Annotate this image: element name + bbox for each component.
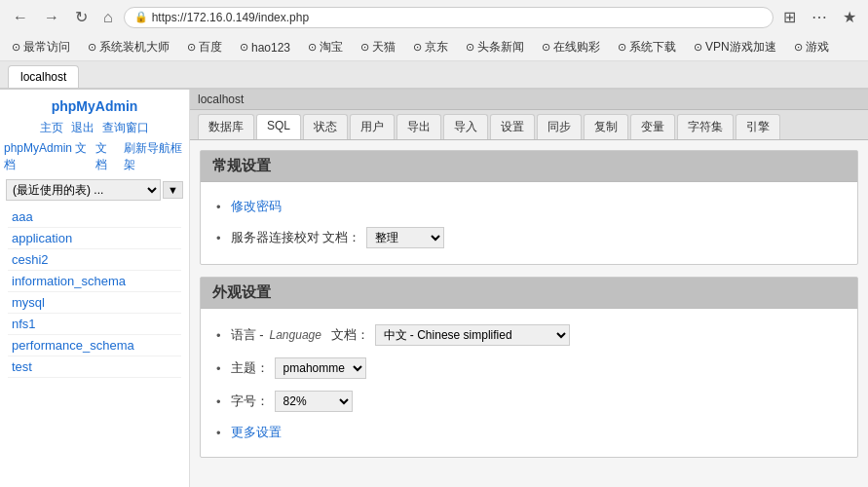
tab-user[interactable]: 用户 xyxy=(350,114,395,139)
sidebar-links-row2: phpMyAdmin 文档 文档 刷新导航框架 xyxy=(0,138,189,175)
bookmark-label: 天猫 xyxy=(372,39,396,56)
app-layout: phpMyAdmin 主页 退出 查询窗口 phpMyAdmin 文档 文档 刷… xyxy=(0,90,868,487)
sidebar-select-row: (最近使用的表) ... ▼ xyxy=(0,175,189,205)
language-label: 语言 - xyxy=(231,326,264,344)
collation-select[interactable]: 整理 xyxy=(366,227,444,248)
appearance-settings-section: 外观设置 语言 - Language 文档： 中文 - Chinese simp… xyxy=(200,277,858,458)
bookmark-icon: ⊙ xyxy=(694,41,702,54)
more-settings-item: 更多设置 xyxy=(216,418,842,447)
sidebar: phpMyAdmin 主页 退出 查询窗口 phpMyAdmin 文档 文档 刷… xyxy=(0,90,190,487)
bookmark-icon: ⊙ xyxy=(794,41,803,54)
sidebar-links-row1: 主页 退出 查询窗口 xyxy=(0,118,189,138)
more-settings-link[interactable]: 更多设置 xyxy=(231,424,282,441)
lock-icon: 🔒 xyxy=(134,11,148,23)
bookmark-jingdong[interactable]: ⊙ 京东 xyxy=(409,37,452,57)
browser-chrome: ← → ↻ ⌂ 🔒 https://172.16.0.149/index.php… xyxy=(0,0,868,90)
nav-tabs: 数据库 SQL 状态 用户 导出 导入 设置 同步 复制 变量 字符集 引擎 xyxy=(190,110,868,140)
bookmark-baidu[interactable]: ⊙ 百度 xyxy=(183,37,226,57)
db-item-nfs1[interactable]: nfs1 xyxy=(8,314,181,335)
db-item-performance-schema[interactable]: performance_schema xyxy=(8,335,181,356)
bookmark-label: 头条新闻 xyxy=(477,39,524,56)
menu-icon[interactable]: ⋯ xyxy=(808,6,831,28)
home-button[interactable]: ⌂ xyxy=(98,7,118,28)
forward-button[interactable]: → xyxy=(39,7,64,28)
bookmark-hao123[interactable]: ⊙ hao123 xyxy=(236,39,294,56)
bookmark-icon: ⊙ xyxy=(360,41,369,54)
tab-export[interactable]: 导出 xyxy=(396,114,441,139)
bookmark-label: 京东 xyxy=(425,39,448,56)
tab-charset[interactable]: 字符集 xyxy=(677,114,734,139)
database-list: aaa application ceshi2 information_schem… xyxy=(0,205,189,380)
main-nav-label: localhost xyxy=(198,93,244,106)
back-button[interactable]: ← xyxy=(8,7,33,28)
sidebar-title[interactable]: phpMyAdmin xyxy=(0,94,189,118)
browser-toolbar: ← → ↻ ⌂ 🔒 https://172.16.0.149/index.php… xyxy=(0,0,868,34)
browser-tab[interactable]: localhost xyxy=(8,65,79,88)
main-content: localhost 数据库 SQL 状态 用户 导出 导入 设置 同步 复制 变… xyxy=(190,90,868,487)
bookmark-caipiao[interactable]: ⊙ 在线购彩 xyxy=(538,37,604,57)
bookmark-taobao[interactable]: ⊙ 淘宝 xyxy=(304,37,347,57)
address-bar[interactable]: 🔒 https://172.16.0.149/index.php xyxy=(124,7,774,28)
main-nav-bar: localhost xyxy=(190,90,868,110)
bookmark-icon: ⊙ xyxy=(308,41,317,54)
sidebar-link-query[interactable]: 查询窗口 xyxy=(102,120,149,136)
tab-database[interactable]: 数据库 xyxy=(198,114,254,139)
theme-item: 主题： pmahomme xyxy=(216,352,842,385)
fontsize-label: 字号： xyxy=(231,393,269,410)
recent-tables-btn[interactable]: ▼ xyxy=(163,181,183,199)
general-settings-body: 修改密码 服务器连接校对 文档： 整理 xyxy=(201,182,857,264)
db-item-application[interactable]: application xyxy=(8,228,181,249)
refresh-button[interactable]: ↻ xyxy=(70,6,93,28)
star-icon[interactable]: ★ xyxy=(839,6,860,28)
bookmark-vpn[interactable]: ⊙ VPN游戏加速 xyxy=(690,37,780,57)
grid-icon[interactable]: ⊞ xyxy=(779,6,800,28)
tab-copy[interactable]: 复制 xyxy=(584,114,628,139)
change-password-link[interactable]: 修改密码 xyxy=(231,198,282,215)
sidebar-link-doc[interactable]: 文档 xyxy=(95,140,116,173)
tab-settings[interactable]: 设置 xyxy=(490,114,535,139)
theme-label: 主题： xyxy=(231,359,269,377)
bookmark-label: 淘宝 xyxy=(320,39,343,56)
bookmark-youxi[interactable]: ⊙ 游戏 xyxy=(790,37,833,57)
db-item-ceshi2[interactable]: ceshi2 xyxy=(8,249,181,271)
appearance-settings-header: 外观设置 xyxy=(201,278,857,309)
tab-status[interactable]: 状态 xyxy=(303,114,348,139)
db-item-mysql[interactable]: mysql xyxy=(8,292,181,314)
bookmark-icon: ⊙ xyxy=(618,41,626,54)
bookmark-icon: ⊙ xyxy=(542,41,550,54)
sidebar-link-logout[interactable]: 退出 xyxy=(71,120,94,136)
tab-variables[interactable]: 变量 xyxy=(630,114,675,139)
bookmark-label: hao123 xyxy=(251,41,290,55)
tab-import[interactable]: 导入 xyxy=(443,114,488,139)
fontsize-select[interactable]: 82% xyxy=(275,391,353,412)
fontsize-item: 字号： 82% xyxy=(216,385,842,418)
bookmark-label: 最常访问 xyxy=(23,39,70,56)
tab-sync[interactable]: 同步 xyxy=(537,114,582,139)
db-item-information-schema[interactable]: information_schema xyxy=(8,271,181,292)
bookmark-tianmao[interactable]: ⊙ 天猫 xyxy=(357,37,399,57)
recent-tables-select[interactable]: (最近使用的表) ... xyxy=(6,179,161,201)
language-item: 语言 - Language 文档： 中文 - Chinese simplifie… xyxy=(216,318,842,352)
sidebar-link-refresh[interactable]: 刷新导航框架 xyxy=(124,140,185,173)
theme-select[interactable]: pmahomme xyxy=(275,357,366,379)
tab-engine[interactable]: 引擎 xyxy=(736,114,780,139)
bookmark-zuijing[interactable]: ⊙ 最常访问 xyxy=(8,37,74,57)
bookmark-xiazai[interactable]: ⊙ 系统下载 xyxy=(614,37,680,57)
db-item-test[interactable]: test xyxy=(8,356,181,378)
sidebar-link-phpmyadmin-doc[interactable]: phpMyAdmin 文档 xyxy=(4,140,88,173)
bookmark-icon: ⊙ xyxy=(88,41,96,54)
change-password-item: 修改密码 xyxy=(216,192,842,221)
language-sublabel: Language xyxy=(270,328,321,342)
general-settings-section: 常规设置 修改密码 服务器连接校对 文档： 整理 xyxy=(200,150,858,265)
bookmark-toutiao[interactable]: ⊙ 头条新闻 xyxy=(462,37,528,57)
url-text: https://172.16.0.149/index.php xyxy=(152,11,309,24)
tab-sql[interactable]: SQL xyxy=(256,114,301,139)
language-doc: 文档： xyxy=(327,326,369,344)
db-item-aaa[interactable]: aaa xyxy=(8,206,181,228)
bookmark-icon: ⊙ xyxy=(466,41,474,54)
sidebar-link-home[interactable]: 主页 xyxy=(40,120,63,136)
bookmark-label: 系统下载 xyxy=(629,39,676,56)
language-select[interactable]: 中文 - Chinese simplified xyxy=(375,324,570,346)
bookmark-zhuangji[interactable]: ⊙ 系统装机大师 xyxy=(84,37,173,57)
bookmarks-bar: ⊙ 最常访问 ⊙ 系统装机大师 ⊙ 百度 ⊙ hao123 ⊙ 淘宝 ⊙ 天猫 … xyxy=(0,34,868,61)
